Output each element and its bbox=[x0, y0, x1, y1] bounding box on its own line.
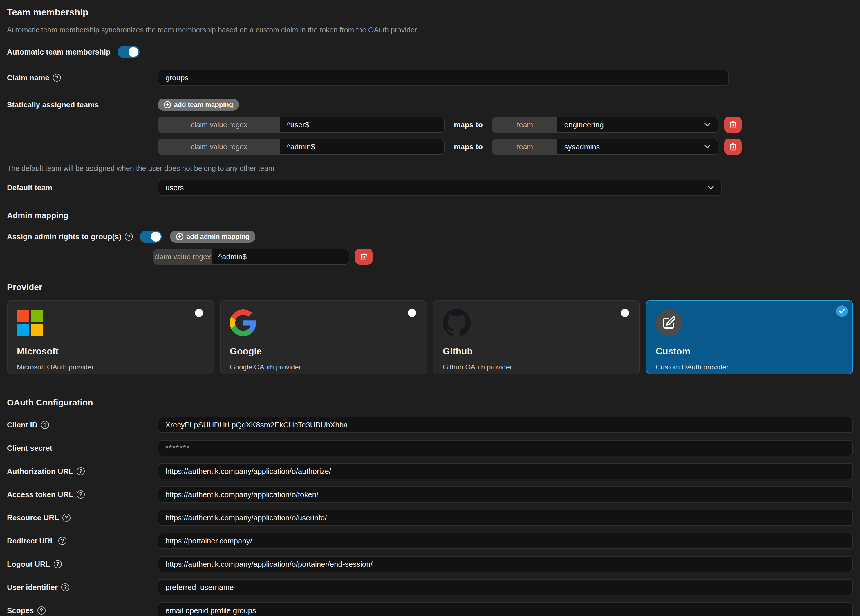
help-icon[interactable] bbox=[61, 583, 69, 591]
client-secret-label: Client secret bbox=[7, 444, 52, 453]
delete-admin-mapping-button[interactable] bbox=[355, 249, 372, 265]
oauth-field-row: User identifier bbox=[7, 579, 853, 596]
team-select[interactable]: sysadmins bbox=[557, 139, 718, 154]
provider-card-subtitle: Github OAuth provider bbox=[443, 363, 630, 371]
provider-card-title: Google bbox=[230, 346, 417, 357]
github-logo-icon bbox=[443, 309, 471, 337]
provider-card-title: Github bbox=[443, 346, 630, 357]
provider-card-microsoft[interactable]: Microsoft Microsoft OAuth provider bbox=[7, 300, 214, 375]
google-logo-icon bbox=[230, 309, 256, 336]
access-token-url-label: Access token URL bbox=[7, 490, 73, 499]
claim-name-label: Claim name bbox=[7, 74, 49, 82]
add-admin-mapping-label: add admin mapping bbox=[186, 233, 249, 241]
admin-mapping-heading: Admin mapping bbox=[7, 211, 853, 220]
redirect-url-label: Redirect URL bbox=[7, 536, 55, 545]
default-team-value: users bbox=[165, 183, 184, 192]
maps-to-label: maps to bbox=[450, 121, 486, 129]
provider-heading: Provider bbox=[7, 282, 853, 292]
help-icon[interactable] bbox=[125, 233, 133, 241]
add-team-mapping-label: add team mapping bbox=[174, 101, 233, 109]
oauth-field-row: Scopes bbox=[7, 602, 853, 616]
claim-value-regex-addon: claim value regex bbox=[154, 249, 212, 264]
scopes-input[interactable] bbox=[158, 602, 853, 616]
team-membership-heading: Team membership bbox=[7, 7, 853, 18]
client-id-input[interactable] bbox=[158, 417, 853, 433]
microsoft-logo-icon bbox=[17, 310, 43, 336]
maps-to-label: maps to bbox=[450, 143, 486, 151]
add-admin-mapping-button[interactable]: add admin mapping bbox=[170, 230, 255, 243]
team-select-value: sysadmins bbox=[564, 143, 600, 151]
provider-card-title: Microsoft bbox=[17, 346, 204, 357]
provider-card-github[interactable]: Github Github OAuth provider bbox=[433, 300, 640, 375]
radio-icon[interactable] bbox=[621, 309, 629, 317]
authorization-url-label: Authorization URL bbox=[7, 467, 73, 476]
access-token-url-input[interactable] bbox=[158, 486, 853, 503]
claim-value-regex-addon: claim value regex bbox=[159, 139, 280, 154]
logout-url-label: Logout URL bbox=[7, 560, 50, 569]
default-team-note: The default team will be assigned when t… bbox=[7, 164, 853, 172]
chevron-down-icon bbox=[704, 144, 711, 149]
assign-admin-rights-label: Assign admin rights to group(s) bbox=[7, 232, 121, 241]
plus-circle-icon bbox=[176, 233, 184, 240]
claim-value-regex-input[interactable] bbox=[280, 117, 444, 132]
team-addon: team bbox=[493, 139, 557, 154]
admin-claim-value-regex-input[interactable] bbox=[212, 249, 349, 264]
oauth-field-row: Redirect URL bbox=[7, 533, 853, 549]
provider-card-subtitle: Google OAuth provider bbox=[230, 363, 417, 371]
provider-card-custom[interactable]: Custom Custom OAuth provider bbox=[646, 300, 853, 375]
authorization-url-input[interactable] bbox=[158, 463, 853, 480]
trash-icon bbox=[360, 252, 367, 261]
scopes-label: Scopes bbox=[7, 606, 34, 615]
resource-url-label: Resource URL bbox=[7, 513, 59, 522]
provider-card-title: Custom bbox=[656, 346, 843, 357]
chevron-down-icon bbox=[708, 185, 714, 190]
automatic-team-membership-toggle[interactable] bbox=[118, 46, 140, 58]
resource-url-input[interactable] bbox=[158, 509, 853, 526]
client-id-label: Client ID bbox=[7, 420, 38, 429]
team-addon: team bbox=[493, 117, 557, 132]
pen-square-icon bbox=[662, 316, 676, 330]
radio-icon[interactable] bbox=[408, 309, 416, 317]
assign-admin-rights-toggle[interactable] bbox=[140, 230, 162, 243]
logout-url-input[interactable] bbox=[158, 556, 853, 572]
claim-value-regex-addon: claim value regex bbox=[159, 117, 280, 132]
help-icon[interactable] bbox=[58, 537, 66, 545]
delete-team-mapping-button[interactable] bbox=[724, 117, 742, 133]
claim-value-regex-input[interactable] bbox=[280, 139, 444, 154]
team-mapping-row: claim value regex maps to team engineeri… bbox=[158, 117, 742, 133]
oauth-field-row: Resource URL bbox=[7, 509, 853, 526]
provider-card-subtitle: Microsoft OAuth provider bbox=[17, 363, 204, 371]
admin-mapping-row: claim value regex bbox=[153, 249, 853, 265]
help-icon[interactable] bbox=[38, 607, 46, 614]
help-icon[interactable] bbox=[54, 560, 62, 568]
help-icon[interactable] bbox=[77, 467, 85, 475]
oauth-field-row: Access token URL bbox=[7, 486, 853, 503]
redirect-url-input[interactable] bbox=[158, 533, 853, 549]
help-icon[interactable] bbox=[53, 74, 61, 82]
provider-card-google[interactable]: Google Google OAuth provider bbox=[220, 300, 427, 375]
provider-card-subtitle: Custom OAuth provider bbox=[656, 363, 843, 371]
default-team-label: Default team bbox=[7, 183, 52, 192]
statically-assigned-teams-label: Statically assigned teams bbox=[7, 100, 99, 109]
team-select-value: engineering bbox=[564, 121, 604, 129]
team-membership-description: Automatic team membership synchronizes t… bbox=[7, 26, 853, 34]
delete-team-mapping-button[interactable] bbox=[724, 139, 742, 155]
chevron-down-icon bbox=[704, 122, 711, 127]
user-identifier-input[interactable] bbox=[158, 579, 853, 596]
trash-icon bbox=[729, 143, 737, 151]
oauth-field-row: Authorization URL bbox=[7, 463, 853, 480]
help-icon[interactable] bbox=[77, 491, 85, 498]
radio-icon[interactable] bbox=[195, 309, 203, 317]
default-team-select[interactable]: users bbox=[158, 180, 722, 196]
team-mapping-row: claim value regex maps to team sysadmins bbox=[158, 139, 742, 155]
help-icon[interactable] bbox=[41, 421, 49, 429]
user-identifier-label: User identifier bbox=[7, 583, 58, 592]
claim-name-input[interactable] bbox=[158, 70, 729, 86]
oauth-field-row: Logout URL bbox=[7, 556, 853, 572]
client-secret-input[interactable] bbox=[158, 440, 853, 456]
selected-check-icon bbox=[836, 306, 848, 317]
team-select[interactable]: engineering bbox=[557, 117, 718, 132]
add-team-mapping-button[interactable]: add team mapping bbox=[158, 99, 239, 111]
oauth-field-row: Client secret bbox=[7, 440, 853, 456]
help-icon[interactable] bbox=[63, 514, 71, 522]
